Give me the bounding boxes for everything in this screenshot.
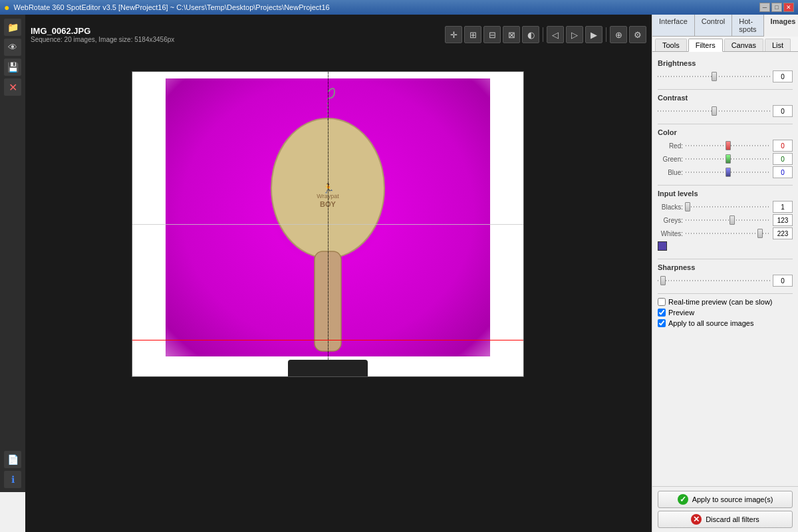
tab-hotspots[interactable]: Hot-spots — [732, 15, 763, 36]
sidebar-icon-view[interactable]: 👁 — [4, 39, 21, 56]
close-button[interactable]: ✕ — [783, 3, 794, 12]
brightness-slider[interactable] — [658, 71, 770, 82]
tab-interface[interactable]: Interface — [652, 15, 695, 36]
vertical-guide — [328, 72, 329, 376]
preview-checkbox[interactable] — [658, 309, 666, 317]
realtime-checkbox[interactable] — [658, 298, 666, 306]
green-slider[interactable] — [686, 154, 770, 164]
tab-images[interactable]: Images — [764, 15, 798, 37]
whites-value[interactable]: 223 — [773, 227, 793, 239]
red-thumb[interactable] — [726, 141, 731, 150]
blacks-row: Blacks: 1 — [658, 201, 793, 213]
toolbar-sep2 — [606, 27, 606, 42]
toolbar-grid-btn[interactable]: ⊞ — [464, 26, 481, 43]
subtab-canvas[interactable]: Canvas — [724, 39, 763, 51]
contrast-slider[interactable] — [658, 106, 770, 116]
blue-slider[interactable] — [686, 167, 770, 178]
whites-label: Whites: — [658, 230, 683, 237]
sidebar-icon-pdf[interactable]: 📄 — [4, 451, 21, 468]
apply-label: Apply to source image(s) — [692, 495, 773, 503]
sharpness-slider[interactable] — [658, 275, 770, 286]
file-name: IMG_0062.JPG — [31, 26, 174, 36]
filter-panel: Brightness 0 Contrast — [652, 52, 798, 486]
maximize-button[interactable]: □ — [771, 3, 782, 12]
red-guide-line — [132, 340, 523, 340]
sidebar-icon-open[interactable]: 📁 — [4, 19, 21, 36]
brightness-thumb[interactable] — [712, 72, 717, 81]
top-tabs: Interface Control Hot-spots Images — [652, 15, 798, 37]
input-levels-label: Input levels — [658, 190, 793, 198]
app: 📁 👁 💾 ✕ 📄 ℹ IMG_0062.JPG Sequence: 20 im… — [0, 15, 798, 532]
greys-value[interactable]: 123 — [773, 214, 793, 226]
minimize-button[interactable]: ─ — [759, 3, 770, 12]
canvas-area: IMG_0062.JPG Sequence: 20 images, Image … — [25, 15, 652, 532]
blacks-value[interactable]: 1 — [773, 201, 793, 213]
sidebar-icon-close[interactable]: ✕ — [4, 78, 21, 96]
toolbar-move-btn[interactable]: ✛ — [445, 26, 462, 43]
color-swatch-row — [658, 241, 793, 252]
file-sequence: Sequence: 20 images, Image size: 5184x34… — [31, 36, 174, 43]
left-sidebar: 📁 👁 💾 ✕ 📄 ℹ — [0, 15, 25, 492]
color-label: Color — [658, 128, 793, 136]
preview-label: Preview — [668, 309, 694, 317]
red-value[interactable]: 0 — [773, 140, 793, 152]
contrast-value[interactable]: 0 — [773, 105, 793, 117]
blacks-slider[interactable] — [686, 201, 770, 212]
tab-control[interactable]: Control — [695, 15, 732, 36]
blue-thumb[interactable] — [726, 168, 731, 177]
divider-2 — [658, 124, 793, 124]
green-row: Green: 0 — [658, 153, 793, 165]
toolbar-play-btn[interactable]: ▷ — [566, 26, 583, 43]
apply-button[interactable]: ✓ Apply to source image(s) — [658, 491, 793, 508]
whites-thumb[interactable] — [757, 229, 763, 238]
discard-icon: ✕ — [691, 514, 702, 525]
greys-thumb[interactable] — [730, 215, 735, 225]
titlebar: ● WebRotate 360 SpotEditor v3.5 [NewProj… — [0, 0, 798, 15]
input-color-swatch[interactable] — [658, 241, 667, 251]
whites-slider[interactable] — [686, 228, 770, 239]
greys-label: Greys: — [658, 217, 683, 224]
toolbar-split-btn[interactable]: ◐ — [522, 26, 539, 43]
blue-row: Blue: 0 — [658, 166, 793, 178]
brightness-value[interactable]: 0 — [773, 70, 793, 82]
toolbar-sep1 — [543, 27, 543, 42]
sharpness-thumb[interactable] — [660, 276, 666, 285]
discard-button[interactable]: ✕ Discard all filters — [658, 511, 793, 528]
color-section: Color Red: 0 Green: — [658, 128, 793, 178]
blacks-label: Blacks: — [658, 203, 683, 211]
toolbar-next-btn[interactable]: ▶ — [585, 26, 602, 43]
blacks-thumb[interactable] — [685, 202, 690, 211]
toolbar-add-btn[interactable]: ⊕ — [610, 26, 627, 43]
subtab-filters[interactable]: Filters — [688, 39, 723, 52]
sub-tabs: Tools Filters Canvas List — [652, 37, 798, 52]
toolbar-prev-btn[interactable]: ◁ — [547, 26, 564, 43]
sidebar-icon-info[interactable]: ℹ — [4, 471, 21, 488]
blue-label: Blue: — [658, 169, 683, 176]
toolbar-crop-btn[interactable]: ⊠ — [503, 26, 520, 43]
whites-row: Whites: 223 — [658, 227, 793, 239]
apply-all-checkbox[interactable] — [658, 319, 666, 327]
apply-all-row: Apply to all source images — [658, 319, 793, 327]
sidebar-icon-save[interactable]: 💾 — [4, 59, 21, 76]
greys-slider[interactable] — [686, 215, 770, 225]
base-element — [288, 360, 368, 376]
apply-icon: ✓ — [678, 494, 688, 505]
titlebar-title: WebRotate 360 SpotEditor v3.5 [NewProjec… — [13, 3, 329, 11]
toolbar-frame-btn[interactable]: ⊟ — [483, 26, 501, 43]
sharpness-value[interactable]: 0 — [773, 275, 793, 287]
green-thumb[interactable] — [726, 154, 731, 164]
blue-value[interactable]: 0 — [773, 166, 793, 178]
realtime-label: Real-time preview (can be slow) — [668, 298, 773, 306]
contrast-thumb[interactable] — [712, 106, 717, 116]
sharpness-row: 0 — [658, 275, 793, 287]
discard-label: Discard all filters — [706, 515, 759, 523]
toolbar-settings-btn[interactable]: ⚙ — [629, 26, 646, 43]
red-slider[interactable] — [686, 140, 770, 151]
titlebar-controls: ─ □ ✕ — [759, 3, 794, 12]
divider-3 — [658, 185, 793, 186]
greys-row: Greys: 123 — [658, 214, 793, 226]
subtab-tools[interactable]: Tools — [655, 39, 687, 51]
subtab-list[interactable]: List — [765, 39, 791, 51]
divider-1 — [658, 89, 793, 90]
green-value[interactable]: 0 — [773, 153, 793, 165]
